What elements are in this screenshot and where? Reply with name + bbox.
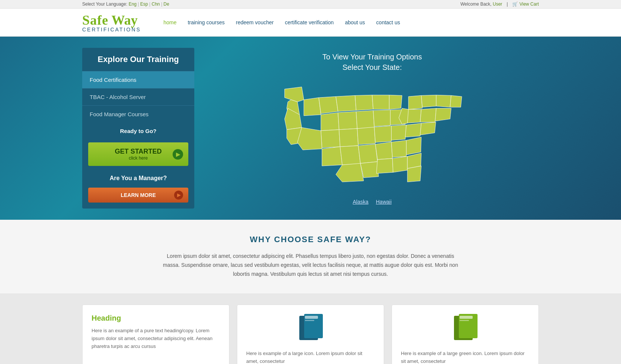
logo-text: Safe Way: [82, 12, 141, 28]
state-ks-mo[interactable]: [357, 127, 376, 145]
top-bar: Select Your Language: Eng | Esp | Chn | …: [0, 0, 621, 9]
card-green-icon-container: [401, 314, 529, 344]
map-title: To View Your Training Options Select You…: [322, 52, 422, 73]
svg-rect-6: [460, 316, 473, 319]
card3-text: Here is example of a large green icon. L…: [401, 350, 529, 364]
top-bar-right: Welcome Back, User | 🛒 View Cart: [460, 1, 539, 7]
separator: |: [507, 1, 508, 7]
main-nav: home training courses redeem voucher cer…: [163, 19, 400, 25]
logo-cert: Certifications: [82, 27, 141, 33]
get-started-label: GET STARTED: [115, 148, 162, 155]
card-text: Heading Here is an example of a pure tex…: [82, 305, 229, 364]
state-vt-me[interactable]: [421, 95, 436, 107]
state-ky-tn[interactable]: [391, 125, 406, 140]
map-state-links: Alaska Hawaii: [353, 199, 392, 205]
sidebar-food-manager[interactable]: Food Manager Courses: [82, 105, 194, 123]
lang-esp[interactable]: Esp: [140, 1, 148, 7]
state-ia[interactable]: [373, 110, 390, 126]
state-mo[interactable]: [374, 126, 392, 143]
welcome-text: Welcome Back, User: [460, 1, 502, 7]
logo-safe: Safe: [82, 13, 108, 28]
us-map[interactable]: [275, 76, 469, 196]
card-green-icon: Here is example of a large green icon. L…: [392, 305, 539, 364]
header: Safe Way Certifications home training co…: [0, 9, 621, 37]
lang-eng[interactable]: Eng: [129, 1, 136, 7]
state-ok-tx-w[interactable]: [340, 146, 360, 165]
nav-about-us[interactable]: about us: [345, 19, 365, 25]
alaska-link[interactable]: Alaska: [353, 199, 368, 205]
book-blue-icon: [297, 314, 324, 344]
map-area: To View Your Training Options Select You…: [206, 48, 539, 209]
state-mt[interactable]: [319, 96, 338, 114]
state-ark-ms[interactable]: [376, 142, 393, 160]
learn-more-arrow-icon: ▶: [174, 191, 183, 200]
state-wa[interactable]: [285, 87, 304, 102]
cart-icon: 🛒: [512, 1, 518, 7]
state-ok[interactable]: [358, 144, 377, 163]
cards-section: Heading Here is an example of a pure tex…: [0, 293, 621, 364]
state-tx[interactable]: [336, 163, 364, 182]
state-nm[interactable]: [322, 147, 342, 166]
card2-text: Here is example of a large icon. Lorem i…: [246, 350, 375, 364]
lang-chn[interactable]: Chn: [152, 1, 160, 7]
nav-contact-us[interactable]: contact us: [376, 19, 400, 25]
why-section: WHY CHOOSE SAFE WAY? Lorem ipsum dolor s…: [0, 220, 621, 293]
state-tx-e[interactable]: [361, 162, 379, 178]
ready-to-go-label: Ready to Go?: [82, 123, 194, 139]
state-ne[interactable]: [356, 110, 374, 129]
state-nh-ma[interactable]: [450, 95, 462, 107]
why-title: WHY CHOOSE SAFE WAY?: [82, 235, 539, 244]
state-wy[interactable]: [321, 112, 339, 131]
hawaii-link[interactable]: Hawaii: [376, 199, 392, 205]
logo: Safe Way Certifications: [82, 12, 141, 33]
manager-question-label: Are You a Manager?: [82, 169, 194, 185]
user-link[interactable]: User: [493, 1, 502, 7]
nav-training-courses[interactable]: training courses: [188, 19, 225, 25]
state-wi[interactable]: [372, 95, 389, 109]
language-label: Select Your Language:: [82, 1, 127, 7]
hero-section: Explore Our Training Food Certifications…: [0, 37, 621, 220]
state-mn[interactable]: [355, 95, 373, 110]
state-la[interactable]: [376, 158, 393, 173]
state-ct-ri-ma[interactable]: [435, 108, 451, 121]
card-heading: Heading: [92, 314, 220, 323]
state-va-wv[interactable]: [405, 123, 421, 137]
svg-rect-7: [460, 320, 469, 321]
lang-de[interactable]: De: [164, 1, 169, 7]
why-text: Lorem ipsum dolor sit amet, consectetur …: [161, 252, 460, 278]
book-green-icon: [452, 314, 478, 344]
state-pa-nj[interactable]: [420, 108, 436, 122]
learn-more-button[interactable]: LEARN MORE ▶: [88, 188, 188, 203]
sidebar-food-certifications[interactable]: Food Certifications: [82, 71, 194, 88]
svg-rect-3: [305, 320, 314, 321]
state-nv-az[interactable]: [297, 127, 322, 150]
state-nd[interactable]: [336, 95, 356, 111]
svg-rect-2: [305, 316, 318, 319]
card-text-body: Here is an example of a pure text headin…: [92, 327, 220, 350]
state-sd[interactable]: [338, 111, 357, 130]
state-nc-sc[interactable]: [406, 137, 421, 155]
state-co-ks[interactable]: [339, 129, 358, 147]
state-ut-co[interactable]: [321, 130, 340, 148]
logo-way: Way: [108, 13, 138, 28]
state-mi-up[interactable]: [389, 95, 402, 109]
state-al-ga[interactable]: [392, 156, 407, 172]
state-tn-al[interactable]: [391, 140, 406, 157]
nav-certificate-verification[interactable]: certificate verification: [285, 19, 334, 25]
sidebar-tbac[interactable]: TBAC - Alcohol Server: [82, 88, 194, 105]
learn-more-label: LEARN MORE: [121, 192, 156, 198]
nav-home[interactable]: home: [163, 19, 176, 25]
state-maine[interactable]: [436, 95, 451, 107]
us-map-svg[interactable]: [275, 76, 469, 196]
state-fl[interactable]: [407, 166, 421, 182]
nav-redeem-voucher[interactable]: redeem voucher: [236, 19, 274, 25]
card-icon-container: [246, 314, 375, 344]
click-here-label: click here: [96, 155, 181, 161]
get-started-arrow-icon: ▶: [173, 149, 183, 160]
state-ny[interactable]: [408, 95, 422, 109]
get-started-button[interactable]: GET STARTED click here ▶: [88, 142, 188, 166]
card-blue-icon: Here is example of a large icon. Lorem i…: [237, 305, 384, 364]
state-id[interactable]: [304, 98, 321, 116]
view-cart-button[interactable]: 🛒 View Cart: [512, 1, 539, 7]
state-md-de[interactable]: [420, 122, 436, 135]
